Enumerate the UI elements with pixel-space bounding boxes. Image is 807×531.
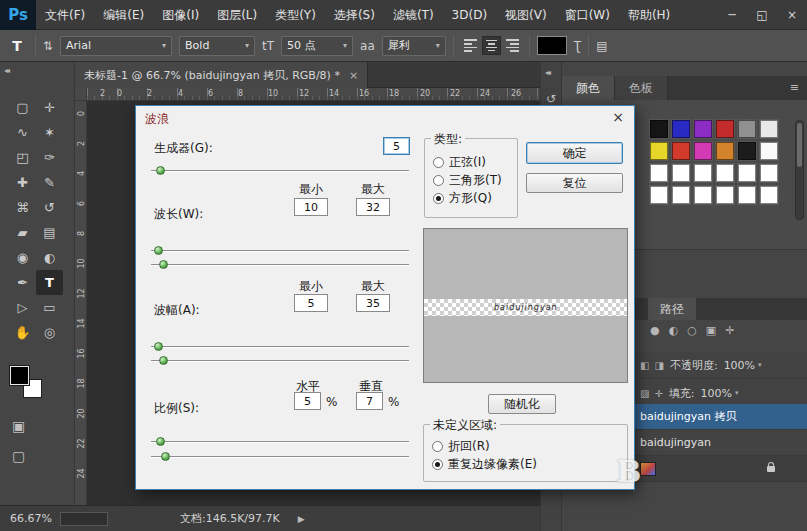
tool-crop[interactable]: ◰ [9, 145, 36, 170]
tool-history-brush[interactable]: ↺ [36, 195, 63, 220]
color-swatch[interactable] [694, 120, 712, 138]
blend-clip-icon[interactable]: ◧ [640, 360, 649, 371]
color-swatch[interactable] [760, 186, 778, 204]
align-right-icon[interactable] [503, 36, 522, 55]
reset-button[interactable]: 复位 [526, 173, 623, 193]
type-radio[interactable]: 三角形(T) [433, 171, 502, 189]
color-swatch[interactable] [738, 120, 756, 138]
color-swatch[interactable] [672, 164, 690, 182]
minimize-button[interactable]: ─ [717, 0, 747, 29]
ok-button[interactable]: 确定 [526, 142, 623, 164]
menu-item[interactable]: 视图(V) [496, 0, 556, 29]
tool-path-selection[interactable]: ▷ [9, 295, 36, 320]
scrollbar[interactable] [795, 120, 804, 220]
amplitude-max-input[interactable] [356, 294, 390, 312]
tab-paths[interactable]: 路径 [648, 298, 696, 320]
color-swatch[interactable] [760, 164, 778, 182]
quick-mask-icon[interactable]: ▣ [12, 418, 25, 434]
type-radio[interactable]: 正弦(I) [433, 153, 502, 171]
collapse-dock-icon[interactable]: ◂◂ [545, 68, 549, 77]
color-swatch[interactable] [672, 120, 690, 138]
slider-track[interactable] [151, 456, 409, 458]
menu-item[interactable]: 文件(F) [36, 0, 94, 29]
tool-eraser[interactable]: ▰ [9, 220, 36, 245]
path-as-selection-icon[interactable]: ○ [687, 324, 697, 337]
slider-track[interactable] [151, 441, 409, 443]
color-swatch[interactable] [760, 142, 778, 160]
text-orientation-icon[interactable]: ⇅ [43, 39, 53, 53]
color-swatch[interactable] [716, 142, 734, 160]
tab-close-icon[interactable]: × [349, 69, 358, 82]
slider-track[interactable] [151, 264, 409, 266]
blend-lock-icon[interactable]: ◨ [654, 360, 663, 371]
tool-gradient[interactable]: ▤ [36, 220, 63, 245]
type-radio[interactable]: 方形(Q) [433, 189, 502, 207]
slider-knob[interactable] [154, 342, 163, 351]
tool-pen[interactable]: ✒ [9, 270, 36, 295]
color-swatch[interactable] [694, 164, 712, 182]
tool-zoom[interactable]: ◎ [36, 320, 63, 345]
tool-lasso[interactable]: ∿ [9, 120, 36, 145]
slider-track[interactable] [151, 360, 409, 362]
color-swatch[interactable] [738, 186, 756, 204]
fill-path-icon[interactable]: ● [650, 324, 660, 337]
font-style-select[interactable]: Bold ▾ [179, 36, 255, 56]
text-color-swatch[interactable] [537, 36, 567, 55]
warp-text-icon[interactable]: Ʈ [574, 39, 581, 53]
color-swatch[interactable] [694, 186, 712, 204]
slider-knob[interactable] [156, 166, 165, 175]
tool-clone-stamp[interactable]: ⌘ [9, 195, 36, 220]
panel-menu-icon[interactable]: ≡ [790, 76, 799, 100]
opacity-value[interactable]: 100% ▾ [724, 359, 762, 372]
menu-item[interactable]: 图层(L) [208, 0, 266, 29]
history-panel-icon[interactable]: ↺ [546, 92, 556, 106]
menu-item[interactable]: 窗口(W) [556, 0, 619, 29]
menu-item[interactable]: 图像(I) [153, 0, 208, 29]
align-left-icon[interactable] [461, 36, 480, 55]
color-swatch[interactable] [716, 164, 734, 182]
document-tab[interactable]: 未标题-1 @ 66.7% (baidujingyan 拷贝, RGB/8) *… [75, 62, 368, 88]
foreground-color-well[interactable] [10, 366, 29, 385]
tool-blur[interactable]: ◉ [9, 245, 36, 270]
color-swatch[interactable] [716, 120, 734, 138]
tool-eyedropper[interactable]: ✑ [36, 145, 63, 170]
new-path-icon[interactable]: ▣ [706, 324, 716, 337]
tool-type[interactable]: T [36, 270, 63, 295]
restore-button[interactable]: ◱ [747, 0, 777, 29]
lock-position-icon[interactable]: ✛ [654, 388, 662, 399]
menu-item[interactable]: 帮助(H) [619, 0, 679, 29]
menu-item[interactable]: 滤镜(T) [384, 0, 443, 29]
slider-knob[interactable] [154, 246, 163, 255]
scale-horizontal-input[interactable] [294, 392, 321, 410]
undefined-area-radio[interactable]: 重复边缘像素(E) [432, 455, 537, 473]
ps-logo[interactable]: Ps [0, 0, 36, 30]
color-swatch[interactable] [650, 186, 668, 204]
toggle-panels-icon[interactable]: ▤ [596, 39, 607, 53]
randomize-button[interactable]: 随机化 [488, 394, 556, 414]
generators-input[interactable] [383, 137, 410, 155]
slider-knob[interactable] [159, 356, 168, 365]
menu-item[interactable]: 类型(Y) [266, 0, 325, 29]
add-path-icon[interactable]: ✛ [725, 324, 734, 337]
color-swatch[interactable] [672, 142, 690, 160]
menu-item[interactable]: 编辑(E) [94, 0, 153, 29]
tool-shape[interactable]: ▭ [36, 295, 63, 320]
panel-tab[interactable]: 颜色 [562, 76, 615, 100]
font-size-select[interactable]: 50 点 ▾ [281, 36, 353, 56]
slider-knob[interactable] [156, 437, 165, 446]
slider-knob[interactable] [159, 260, 168, 269]
close-button[interactable]: × [777, 0, 807, 29]
slider-track[interactable] [151, 346, 409, 348]
color-swatch[interactable] [672, 186, 690, 204]
zoom-level[interactable]: 66.67% [10, 512, 52, 525]
color-swatch[interactable] [760, 120, 778, 138]
slider-knob[interactable] [161, 452, 170, 461]
color-swatch[interactable] [650, 164, 668, 182]
align-center-icon[interactable] [482, 36, 501, 55]
anti-alias-select[interactable]: 犀利 ▾ [382, 36, 446, 56]
slider-track[interactable] [151, 170, 409, 172]
tool-healing-brush[interactable]: ✚ [9, 170, 36, 195]
panel-tab[interactable]: 色板 [615, 76, 668, 100]
tool-move[interactable]: ✛ [36, 95, 63, 120]
scale-vertical-input[interactable] [356, 392, 383, 410]
